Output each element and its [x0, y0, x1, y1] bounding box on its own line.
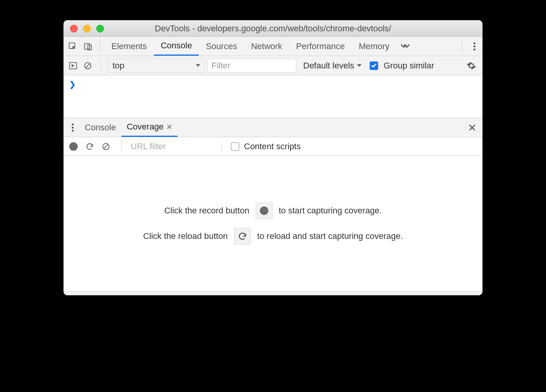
divider [101, 60, 101, 72]
svg-line-17 [104, 144, 108, 148]
main-menu-button[interactable] [467, 42, 482, 51]
record-icon [260, 206, 268, 215]
svg-point-11 [72, 130, 74, 131]
svg-line-8 [86, 63, 90, 68]
main-tab-bar: Elements Console Sources Network Perform… [64, 37, 482, 56]
tab-elements[interactable]: Elements [104, 37, 154, 56]
record-icon [69, 142, 78, 151]
tab-sources[interactable]: Sources [199, 37, 244, 56]
hint-text: Click the record button [164, 206, 249, 216]
close-window-button[interactable] [70, 25, 78, 32]
tab-memory[interactable]: Memory [352, 37, 396, 56]
console-settings-icon[interactable] [467, 61, 479, 70]
hint-text: Click the reload button [143, 231, 228, 241]
group-similar-label: Group similar [384, 61, 434, 71]
svg-point-4 [474, 45, 476, 47]
traffic-lights [64, 25, 104, 32]
console-prompt-icon: ❯ [69, 80, 76, 89]
divider [99, 41, 100, 52]
hint-row-record: Click the record button to start capturi… [164, 202, 382, 219]
clear-console-icon[interactable] [82, 60, 94, 72]
drawer-tab-bar: Console Coverage [64, 118, 482, 137]
dropdown-triangle-icon [357, 64, 362, 68]
console-output-area[interactable]: ❯ [64, 75, 482, 118]
divider [462, 41, 462, 52]
drawer-tab-label: Coverage [127, 122, 164, 132]
dropdown-triangle-icon [195, 64, 201, 68]
reload-button[interactable] [84, 141, 96, 152]
window-title: DevTools - developers.google.com/web/too… [64, 24, 482, 34]
group-similar-checkbox[interactable] [370, 61, 378, 70]
console-toolbar: top Default levels Group similar [64, 56, 482, 75]
url-filter-input[interactable] [131, 141, 212, 152]
hint-text: to reload and start capturing coverage. [257, 231, 403, 241]
device-toolbar-icon[interactable] [82, 40, 95, 53]
clear-coverage-icon[interactable] [100, 141, 112, 152]
hint-record-button[interactable] [256, 202, 273, 219]
footer-bar [64, 291, 482, 295]
inspect-element-icon[interactable] [66, 40, 79, 53]
hint-row-reload: Click the reload button to reload and st… [143, 228, 403, 245]
console-filter-input[interactable] [207, 59, 296, 73]
levels-label: Default levels [303, 61, 354, 71]
content-scripts-checkbox[interactable] [231, 142, 239, 151]
more-tabs-button[interactable] [396, 43, 414, 50]
execution-context-selector[interactable]: top [108, 59, 205, 73]
close-tab-icon[interactable] [167, 124, 172, 130]
svg-point-10 [72, 126, 74, 128]
tab-console[interactable]: Console [154, 37, 199, 56]
close-drawer-button[interactable] [468, 124, 480, 131]
svg-point-5 [474, 48, 476, 50]
drawer-tab-label: Console [85, 123, 116, 133]
devtools-window: DevTools - developers.google.com/web/too… [63, 20, 483, 295]
record-button[interactable] [68, 141, 79, 152]
coverage-empty-state: Click the record button to start capturi… [64, 156, 482, 291]
minimize-window-button[interactable] [83, 25, 91, 32]
svg-point-9 [72, 123, 74, 125]
context-value: top [113, 61, 125, 71]
reload-icon [238, 232, 247, 241]
drawer-tab-console[interactable]: Console [79, 118, 121, 137]
hint-text: to start capturing coverage. [279, 206, 382, 216]
maximize-window-button[interactable] [96, 25, 104, 32]
drawer-menu-button[interactable] [66, 123, 79, 132]
divider [221, 141, 222, 152]
tab-performance[interactable]: Performance [289, 37, 352, 56]
coverage-toolbar: Content scripts [64, 137, 482, 156]
content-scripts-label: Content scripts [244, 141, 301, 152]
show-console-sidebar-icon[interactable] [67, 60, 79, 72]
window-titlebar: DevTools - developers.google.com/web/too… [64, 20, 482, 37]
svg-rect-1 [85, 43, 90, 49]
divider [121, 141, 121, 152]
tab-network[interactable]: Network [244, 37, 289, 56]
drawer-tab-coverage[interactable]: Coverage [121, 118, 177, 137]
svg-point-3 [474, 42, 476, 44]
log-levels-selector[interactable]: Default levels [303, 61, 362, 71]
hint-reload-button[interactable] [234, 228, 251, 245]
